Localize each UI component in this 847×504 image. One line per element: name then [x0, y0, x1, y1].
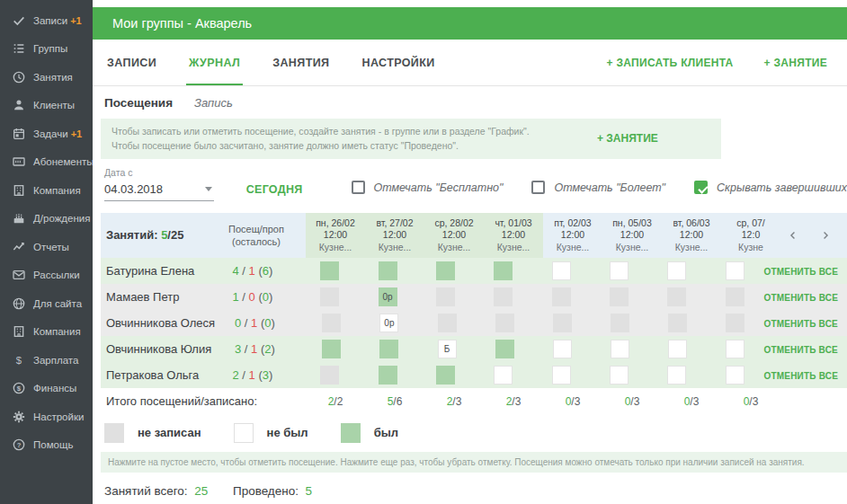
sidebar-item-finansy[interactable]: $Финансы: [0, 375, 93, 403]
attendance-cell-r3c6[interactable]: [668, 340, 687, 358]
attendance-cell-r0c3[interactable]: [494, 261, 513, 280]
sidebar-item-pomosch[interactable]: ?Помощь: [0, 431, 93, 460]
attendance-cell-r0c2[interactable]: [436, 261, 455, 280]
attendance-cell-r0c1[interactable]: [379, 261, 397, 280]
attendance-cell-r2c3[interactable]: [495, 314, 514, 332]
add-lesson-link[interactable]: + ЗАНЯТИЕ: [597, 132, 658, 145]
attendance-cell-r3c7[interactable]: [726, 340, 744, 358]
cancel-all-button[interactable]: ОТМЕНИТЬ ВСЕ: [763, 319, 838, 329]
lessons-count-header: Занятий: 5/25: [101, 228, 207, 242]
client-name[interactable]: Мамаев Петр: [101, 290, 204, 304]
today-button[interactable]: СЕГОДНЯ: [246, 183, 303, 196]
total-lessons-value: 25: [194, 484, 208, 498]
cancel-all-button[interactable]: ОТМЕНИТЬ ВСЕ: [764, 267, 839, 277]
attendance-cell-r4c1[interactable]: [379, 366, 397, 385]
client-name[interactable]: Батурина Елена: [101, 264, 204, 278]
date-column-header-7[interactable]: ср, 07/12:0Кузне: [721, 213, 780, 258]
attendance-cell-r4c6[interactable]: [667, 366, 686, 385]
sidebar-item-zarplata[interactable]: $Зарплата: [0, 346, 93, 375]
checkbox-icon[interactable]: [531, 181, 545, 194]
sidebar-item-otchety[interactable]: Отчеты: [0, 233, 93, 261]
tab-zhurnal[interactable]: ЖУРНАЛ: [186, 40, 243, 85]
total-value-7: 0/3: [721, 395, 780, 408]
sidebar-item-klienty[interactable]: Клиенты: [0, 92, 93, 120]
attendance-cell-r1c4[interactable]: [552, 287, 571, 306]
date-column-header-5[interactable]: пн, 05/0312:00Кузне...: [602, 213, 662, 258]
attendance-cell-r3c0[interactable]: [322, 340, 341, 358]
tab-nastroyki[interactable]: НАСТРОЙКИ: [359, 40, 437, 85]
tab-zanyatiya[interactable]: ЗАНЯТИЯ: [270, 40, 332, 85]
sidebar-item-birthdays[interactable]: Д/рождения: [0, 205, 93, 234]
attendance-cell-r2c1[interactable]: 0р: [379, 314, 398, 332]
cancel-all-button[interactable]: ОТМЕНИТЬ ВСЕ: [764, 293, 839, 303]
zapisat-klienta-button[interactable]: + ЗАПИСАТЬ КЛИЕНТА: [606, 57, 733, 69]
attendance-cell-r3c4[interactable]: [553, 340, 572, 358]
chevron-left-icon[interactable]: [787, 229, 799, 242]
attendance-cell-r4c2[interactable]: [436, 366, 455, 385]
attendance-cell-r0c6[interactable]: [667, 261, 686, 280]
checkbox-icon[interactable]: [694, 181, 708, 194]
attendance-cell-r4c0[interactable]: [320, 366, 339, 385]
table-body: Батурина Елена4 / 1 (6)ОТМЕНИТЬ ВСЕМамае…: [101, 258, 847, 388]
attendance-cell-r1c6[interactable]: [667, 287, 686, 306]
attendance-cell-r3c5[interactable]: [611, 340, 629, 358]
client-name[interactable]: Овчинникова Олеся: [101, 316, 207, 330]
subtab-posescheniya[interactable]: Посещения: [104, 96, 173, 110]
attendance-cell-r1c3[interactable]: [494, 287, 513, 306]
totals-values-container: 2/25/62/32/30/30/30/30/3: [306, 395, 780, 408]
sidebar-item-kompaniya[interactable]: Компания: [0, 176, 93, 205]
date-column-header-0[interactable]: пн, 26/0212:00Кузне...: [306, 213, 365, 258]
sidebar-item-abonementy[interactable]: Абонементы: [0, 148, 93, 177]
attendance-cell-r2c2[interactable]: [438, 314, 457, 332]
sidebar-item-zadachi[interactable]: Задачи+1: [0, 119, 93, 148]
subtab-zapis[interactable]: Запись: [194, 96, 233, 110]
attendance-cell-r1c0[interactable]: [320, 287, 339, 306]
sidebar-item-kompaniya2[interactable]: Компания: [0, 318, 93, 347]
tab-zapisi[interactable]: ЗАПИСИ: [104, 40, 159, 85]
attendance-cell-r2c5[interactable]: [611, 314, 629, 332]
attendance-cell-r4c3[interactable]: [494, 366, 513, 385]
chevron-right-icon[interactable]: [819, 229, 832, 242]
attendance-cell-r4c7[interactable]: [726, 366, 744, 385]
sidebar-item-nastroyki[interactable]: Настройки: [0, 402, 93, 431]
date-column-header-1[interactable]: вт, 27/0212:00Кузне...: [365, 213, 424, 258]
checkbox-group-2[interactable]: Скрывать завершивших: [694, 181, 847, 194]
sidebar-item-zapisi[interactable]: Записи+1: [0, 6, 93, 35]
checkbox-group-1[interactable]: Отмечать "Болеет": [531, 181, 665, 194]
attendance-cell-r4c5[interactable]: [610, 366, 629, 385]
date-column-header-3[interactable]: чт, 01/0312:00Кузне...: [484, 213, 543, 258]
sidebar-item-zanyatiya[interactable]: Занятия: [0, 63, 93, 92]
list-icon: [12, 41, 26, 56]
attendance-cell-r3c3[interactable]: [495, 340, 514, 358]
date-column-header-2[interactable]: ср, 28/0212:00Кузне...: [424, 213, 484, 258]
sidebar-item-dlya-sayta[interactable]: Для сайта: [0, 289, 93, 318]
attendance-cell-r1c1[interactable]: 0р: [379, 287, 397, 306]
attendance-cell-r4c4[interactable]: [552, 366, 571, 385]
client-name[interactable]: Овчинникова Юлия: [101, 342, 207, 356]
sidebar-item-gruppy[interactable]: Группы: [0, 35, 93, 64]
date-column-header-4[interactable]: пт, 02/0312:00Кузне...: [543, 213, 602, 258]
checkbox-icon[interactable]: [352, 181, 365, 194]
attendance-cell-r2c0[interactable]: [322, 314, 341, 332]
attendance-cell-r0c4[interactable]: [552, 261, 571, 280]
sidebar-item-rassylki[interactable]: Рассылки: [0, 261, 93, 290]
attendance-cell-r2c6[interactable]: [668, 314, 687, 332]
date-from-select[interactable]: 04.03.2018: [104, 181, 214, 201]
client-name[interactable]: Петракова Ольга: [101, 368, 204, 382]
checkbox-group-0[interactable]: Отмечать "Бесплатно": [352, 181, 504, 194]
attendance-cell-r0c7[interactable]: [726, 261, 744, 280]
attendance-cell-r1c2[interactable]: [436, 287, 455, 306]
attendance-cell-r2c4[interactable]: [553, 314, 572, 332]
tab-bar: ЗАПИСИЖУРНАЛЗАНЯТИЯНАСТРОЙКИ + ЗАПИСАТЬ …: [93, 40, 847, 86]
attendance-cell-r0c5[interactable]: [610, 261, 629, 280]
cancel-all-button[interactable]: ОТМЕНИТЬ ВСЕ: [764, 371, 839, 381]
zanyatie-button[interactable]: + ЗАНЯТИЕ: [764, 57, 827, 69]
attendance-cell-r1c7[interactable]: [726, 287, 744, 306]
date-column-header-6[interactable]: вт, 06/0312:00Кузне...: [662, 213, 721, 258]
attendance-cell-r1c5[interactable]: [610, 287, 629, 306]
attendance-cell-r0c0[interactable]: [320, 261, 339, 280]
attendance-cell-r3c2[interactable]: Б: [438, 340, 457, 358]
attendance-cell-r2c7[interactable]: [726, 314, 744, 332]
cancel-all-button[interactable]: ОТМЕНИТЬ ВСЕ: [763, 345, 838, 355]
attendance-cell-r3c1[interactable]: [379, 340, 398, 358]
